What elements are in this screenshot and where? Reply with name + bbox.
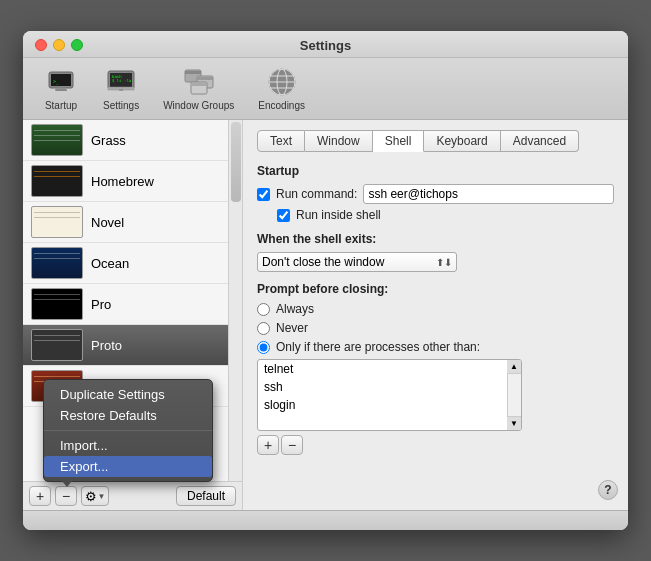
- process-item-telnet[interactable]: telnet: [258, 360, 521, 378]
- dropdown-arrow-icon: ⬆⬇: [436, 257, 452, 268]
- traffic-lights: [35, 39, 83, 51]
- run-command-checkbox[interactable]: [257, 188, 270, 201]
- radio-always-label: Always: [276, 302, 314, 316]
- gear-menu-button[interactable]: ⚙ ▼: [81, 486, 109, 506]
- sidebar-item-homebrew-label: Homebrew: [91, 174, 154, 189]
- radio-only-if-label: Only if there are processes other than:: [276, 340, 480, 354]
- menu-item-restore[interactable]: Restore Defaults: [44, 405, 212, 426]
- when-exits-dropdown-row: Don't close the window ⬆⬇: [257, 252, 614, 272]
- prompt-section: Prompt before closing: Always Never Only…: [257, 282, 614, 455]
- when-exits-dropdown[interactable]: Don't close the window ⬆⬇: [257, 252, 457, 272]
- thumbnail-ocean: [31, 247, 83, 279]
- sidebar-item-ocean[interactable]: Ocean: [23, 243, 242, 284]
- toolbar-window-groups[interactable]: Window Groups: [155, 64, 242, 113]
- tab-advanced[interactable]: Advanced: [501, 130, 579, 152]
- settings-window: Settings >_ Startup: [23, 31, 628, 530]
- run-inside-shell-row: Run inside shell: [277, 208, 614, 222]
- process-item-slogin[interactable]: slogin: [258, 396, 521, 414]
- remove-process-button[interactable]: −: [281, 435, 303, 455]
- process-list[interactable]: telnet ssh slogin ▲ ▼: [257, 359, 522, 431]
- shell-exits-section: When the shell exits: Don't close the wi…: [257, 232, 614, 272]
- window-title: Settings: [300, 38, 351, 53]
- thumbnail-homebrew: [31, 165, 83, 197]
- process-scroll-up[interactable]: ▲: [507, 360, 521, 374]
- tab-shell[interactable]: Shell: [373, 130, 425, 152]
- settings-icon: $ ls -la bash: [105, 66, 137, 98]
- sidebar-item-novel-label: Novel: [91, 215, 124, 230]
- sidebar-scrollbar[interactable]: [228, 120, 242, 481]
- sidebar-item-grass[interactable]: Grass: [23, 120, 242, 161]
- tab-keyboard[interactable]: Keyboard: [424, 130, 500, 152]
- process-list-container: telnet ssh slogin ▲ ▼ + −: [257, 359, 614, 455]
- radio-never-row: Never: [257, 321, 614, 335]
- startup-icon: >_: [45, 66, 77, 98]
- add-process-button[interactable]: +: [257, 435, 279, 455]
- main-panel: Text Window Shell Keyboard Advanced Star…: [243, 120, 628, 510]
- process-item-ssh[interactable]: ssh: [258, 378, 521, 396]
- close-button[interactable]: [35, 39, 47, 51]
- main-content: Grass Homebrew Novel: [23, 120, 628, 510]
- default-button[interactable]: Default: [176, 486, 236, 506]
- toolbar-startup[interactable]: >_ Startup: [35, 64, 87, 113]
- toolbar-encodings[interactable]: Encodings: [250, 64, 313, 113]
- tab-window[interactable]: Window: [305, 130, 373, 152]
- add-profile-button[interactable]: +: [29, 486, 51, 506]
- menu-item-import[interactable]: Import...: [44, 435, 212, 456]
- radio-always-row: Always: [257, 302, 614, 316]
- menu-item-export[interactable]: Export...: [44, 456, 212, 477]
- toolbar-encodings-label: Encodings: [258, 100, 305, 111]
- svg-rect-3: [55, 89, 67, 91]
- run-command-input[interactable]: [363, 184, 614, 204]
- process-buttons: + −: [257, 435, 614, 455]
- radio-only-if[interactable]: [257, 341, 270, 354]
- sidebar-item-proto[interactable]: Proto: [23, 325, 242, 366]
- help-button[interactable]: ?: [598, 480, 618, 500]
- menu-item-duplicate[interactable]: Duplicate Settings: [44, 384, 212, 405]
- svg-rect-14: [197, 77, 213, 80]
- tabs: Text Window Shell Keyboard Advanced: [257, 130, 614, 152]
- sidebar-item-novel[interactable]: Novel: [23, 202, 242, 243]
- sidebar-item-grass-label: Grass: [91, 133, 126, 148]
- bottom-bar: [23, 510, 628, 530]
- process-scroll-down[interactable]: ▼: [507, 416, 521, 430]
- gear-dropdown-arrow: ▼: [98, 492, 106, 501]
- run-command-row: Run command:: [257, 184, 614, 204]
- sidebar: Grass Homebrew Novel: [23, 120, 243, 510]
- thumbnail-novel: [31, 206, 83, 238]
- toolbar-startup-label: Startup: [45, 100, 77, 111]
- prompt-label: Prompt before closing:: [257, 282, 614, 296]
- svg-rect-16: [191, 83, 207, 86]
- sidebar-item-proto-label: Proto: [91, 338, 122, 353]
- sidebar-item-homebrew[interactable]: Homebrew: [23, 161, 242, 202]
- svg-text:>_: >_: [53, 78, 60, 85]
- run-inside-shell-checkbox[interactable]: [277, 209, 290, 222]
- sidebar-item-ocean-label: Ocean: [91, 256, 129, 271]
- toolbar-settings-label: Settings: [103, 100, 139, 111]
- tab-text[interactable]: Text: [257, 130, 305, 152]
- sidebar-item-pro-label: Pro: [91, 297, 111, 312]
- radio-always[interactable]: [257, 303, 270, 316]
- minimize-button[interactable]: [53, 39, 65, 51]
- thumbnail-proto: [31, 329, 83, 361]
- toolbar-settings[interactable]: $ ls -la bash Settings: [95, 64, 147, 113]
- radio-only-if-row: Only if there are processes other than:: [257, 340, 614, 354]
- svg-rect-12: [185, 71, 201, 74]
- radio-never[interactable]: [257, 322, 270, 335]
- thumbnail-pro: [31, 288, 83, 320]
- svg-text:bash: bash: [112, 74, 122, 79]
- gear-icon: ⚙: [85, 489, 97, 504]
- process-scrollbar[interactable]: ▲ ▼: [507, 360, 521, 430]
- thumbnail-grass: [31, 124, 83, 156]
- toolbar: >_ Startup $ ls -la bash Settings: [23, 58, 628, 120]
- sidebar-item-pro[interactable]: Pro: [23, 284, 242, 325]
- toolbar-window-groups-label: Window Groups: [163, 100, 234, 111]
- titlebar: Settings: [23, 31, 628, 58]
- zoom-button[interactable]: [71, 39, 83, 51]
- sidebar-scrollbar-thumb[interactable]: [231, 122, 241, 202]
- run-command-label: Run command:: [276, 187, 357, 201]
- radio-never-label: Never: [276, 321, 308, 335]
- remove-profile-button[interactable]: −: [55, 486, 77, 506]
- menu-separator: [44, 430, 212, 431]
- context-menu: Duplicate Settings Restore Defaults Impo…: [43, 379, 213, 482]
- run-inside-shell-label: Run inside shell: [296, 208, 381, 222]
